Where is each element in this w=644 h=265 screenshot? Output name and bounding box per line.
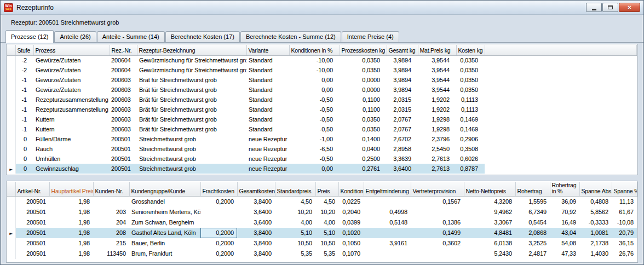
- table-cell[interactable]: Umhüllen: [33, 154, 110, 164]
- table-cell[interactable]: 1,9202: [418, 105, 456, 114]
- table-cell[interactable]: 5,2430: [464, 249, 515, 259]
- table-cell[interactable]: -2: [15, 55, 33, 65]
- table-cell[interactable]: 0,1100: [340, 105, 387, 114]
- table-cell[interactable]: 0,5148: [364, 217, 411, 228]
- table-cell[interactable]: 0,2500: [340, 154, 387, 164]
- table-cell[interactable]: 3,9894: [387, 65, 418, 75]
- table-cell[interactable]: Standard: [246, 105, 289, 114]
- table-cell[interactable]: Grosshandel: [129, 197, 200, 207]
- table-cell[interactable]: 47,33: [550, 249, 579, 259]
- table-cell[interactable]: Standard: [246, 114, 289, 124]
- table-cell[interactable]: 3,9544: [418, 85, 456, 95]
- row-selector[interactable]: [7, 114, 15, 124]
- table-cell[interactable]: 4,50: [275, 197, 315, 207]
- table-cell[interactable]: Gewürzmischung für Streichmettwurst grob: [137, 65, 246, 75]
- table-cell[interactable]: 3,9894: [387, 55, 418, 65]
- tab-1[interactable]: Anteile (26): [54, 31, 96, 42]
- table-cell[interactable]: 0,0400: [340, 144, 387, 154]
- table-cell[interactable]: 2,7613: [418, 164, 456, 174]
- table-cell[interactable]: 0,00: [289, 75, 340, 85]
- table-cell[interactable]: 3,9161: [364, 238, 411, 249]
- row-selector[interactable]: [7, 124, 15, 134]
- table-cell[interactable]: 0,2906: [456, 134, 485, 144]
- table-cell[interactable]: Brät für Streichmettwurst grob: [137, 75, 246, 85]
- table-cell[interactable]: 0,1113: [456, 95, 485, 105]
- table-cell[interactable]: -6,50: [289, 144, 340, 154]
- table-cell[interactable]: 0,00: [289, 85, 340, 95]
- table-cell[interactable]: 0: [15, 164, 33, 174]
- row-selector[interactable]: [7, 207, 15, 217]
- table-cell[interactable]: -0,50: [289, 95, 340, 105]
- table-cell[interactable]: 5,10: [315, 228, 338, 238]
- column-header[interactable]: Stufe: [15, 45, 33, 55]
- table-cell[interactable]: Kuttern: [33, 114, 110, 124]
- row-selector[interactable]: [7, 105, 15, 114]
- table-cell[interactable]: 1,0081: [579, 228, 612, 238]
- column-header[interactable]: Spanne Abs.: [579, 182, 612, 197]
- table-cell[interactable]: 2,3796: [418, 134, 456, 144]
- row-selector[interactable]: [7, 144, 15, 154]
- column-header[interactable]: Prozess: [33, 45, 110, 55]
- table-cell[interactable]: 70,92: [550, 207, 579, 217]
- table-cell[interactable]: 0,1070: [338, 249, 364, 259]
- table-cell[interactable]: 3,9544: [418, 75, 456, 85]
- table-cell[interactable]: neue Rezeptur: [246, 134, 289, 144]
- table-cell[interactable]: Gewürze/Zutaten: [33, 55, 110, 65]
- table-cell[interactable]: 3,9544: [418, 55, 456, 65]
- table-cell[interactable]: 2,7613: [418, 154, 456, 164]
- table-cell[interactable]: 0,4808: [579, 197, 612, 207]
- table-cell[interactable]: -1: [15, 105, 33, 114]
- column-header[interactable]: Netto-Nettopreis: [464, 182, 515, 197]
- table-cell[interactable]: 20,79: [612, 228, 637, 238]
- table-cell[interactable]: -0,50: [289, 105, 340, 114]
- row-selector[interactable]: [7, 134, 15, 144]
- table-cell[interactable]: Gewinnzuschlag: [33, 164, 110, 174]
- row-selector[interactable]: [7, 85, 15, 95]
- table-cell[interactable]: -1: [15, 124, 33, 134]
- table-cell[interactable]: 0,0350: [456, 55, 485, 65]
- table-cell[interactable]: -1: [15, 114, 33, 124]
- table-cell[interactable]: 200501: [15, 207, 49, 217]
- table-cell[interactable]: 0,6026: [456, 154, 485, 164]
- column-header[interactable]: Rez.-Nr.: [110, 45, 137, 55]
- table-cell[interactable]: 6,7349: [515, 207, 550, 217]
- table-cell[interactable]: 3,6400: [237, 207, 275, 217]
- table-cell[interactable]: Zum Schwan, Bergheim: [129, 217, 200, 228]
- table-cell[interactable]: 3,8400: [237, 249, 275, 259]
- table-cell[interactable]: 2,0315: [387, 95, 418, 105]
- column-header[interactable]: Standardpreis: [275, 182, 315, 197]
- table-cell[interactable]: 0: [15, 144, 33, 154]
- table-cell[interactable]: 4,00: [315, 217, 338, 228]
- table-cell[interactable]: 26,76: [612, 249, 637, 259]
- table-cell[interactable]: 1,5595: [515, 197, 550, 207]
- table-cell[interactable]: 2,0315: [387, 105, 418, 114]
- table-cell[interactable]: 0,0000: [340, 85, 387, 95]
- table-cell[interactable]: 3,9894: [387, 85, 418, 95]
- table-cell[interactable]: Kuttern: [33, 124, 110, 134]
- table-cell[interactable]: 0,2040: [338, 207, 364, 217]
- table-cell[interactable]: 3,6400: [237, 217, 275, 228]
- table-cell[interactable]: 4,3208: [464, 197, 515, 207]
- table-cell[interactable]: 3,2525: [515, 238, 550, 249]
- table-cell[interactable]: 200501: [15, 197, 49, 207]
- table-cell[interactable]: 0,1386: [411, 217, 464, 228]
- table-cell[interactable]: 5,10: [275, 228, 315, 238]
- table-cell[interactable]: 2,0868: [515, 228, 550, 238]
- row-selector[interactable]: [7, 154, 15, 164]
- table-cell[interactable]: neue Rezeptur: [246, 164, 289, 174]
- table-cell[interactable]: 1,98: [49, 228, 93, 238]
- table-cell[interactable]: 0,2000: [200, 197, 237, 207]
- table-cell[interactable]: 0,8787: [456, 164, 485, 174]
- table-cell[interactable]: 3,8400: [237, 238, 275, 249]
- table-cell[interactable]: 0,0350: [340, 65, 387, 75]
- table-cell[interactable]: 5,35: [275, 249, 315, 259]
- table-cell[interactable]: 36,15: [612, 238, 637, 249]
- row-selector[interactable]: [7, 95, 15, 105]
- table-cell[interactable]: 0,0350: [340, 114, 387, 124]
- table-cell[interactable]: 113450: [93, 249, 129, 259]
- table-cell[interactable]: 1,9298: [418, 124, 456, 134]
- table-cell[interactable]: Standard: [246, 85, 289, 95]
- table-cell[interactable]: 0,1567: [411, 197, 464, 207]
- table-cell[interactable]: 0,2000: [200, 228, 237, 238]
- tab-5[interactable]: Interne Preise (4): [342, 31, 399, 42]
